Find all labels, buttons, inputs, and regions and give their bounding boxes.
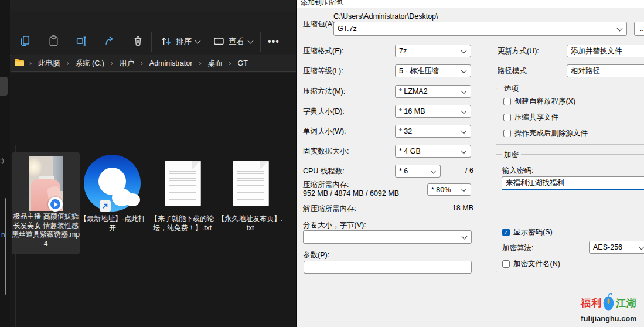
breadcrumb-item-drive-c[interactable]: 系统 (C:) [74, 57, 106, 70]
parameters-label: 参数(P): [303, 250, 329, 260]
encryption-group-title: 加密 [502, 150, 521, 160]
path-mode-select[interactable]: 相对路径 [567, 64, 644, 77]
compress-shared-label: 压缩共享文件 [514, 113, 558, 122]
breadcrumb-separator: › [141, 59, 143, 67]
chevron-down-icon [639, 244, 644, 250]
copy-button[interactable] [18, 34, 33, 49]
checkbox[interactable] [502, 260, 510, 268]
shortcut-arrow-icon [100, 200, 111, 212]
breadcrumb-separator: › [199, 59, 201, 67]
password-input[interactable] [502, 176, 644, 190]
format-select[interactable]: 7z [395, 45, 471, 57]
screen: 排序 查看 ••• › 此电脑 › [0, 0, 644, 327]
level-label: 压缩等级(L): [303, 66, 343, 76]
cpu-threads-select[interactable]: * 6 [395, 165, 441, 178]
chevron-down-icon [461, 47, 467, 53]
background-selected-item [0, 77, 8, 96]
dict-size-label: 字典大小(D): [303, 107, 345, 117]
breadcrumb-separator: › [67, 59, 69, 67]
word-size-select[interactable]: * 32 [395, 125, 471, 138]
breadcrumb-item-this-pc[interactable]: 此电脑 [36, 57, 62, 70]
paste-button[interactable] [46, 34, 61, 49]
checkbox[interactable] [503, 130, 511, 137]
add-to-archive-dialog: 添加到压缩包 压缩包(A) C:\Users\Administrator\Des… [296, 0, 644, 327]
chevron-down-icon [461, 67, 467, 73]
breadcrumb-item-administrator[interactable]: Administrator [148, 58, 195, 69]
background-text-fragment: n [1, 231, 5, 239]
word-size-label: 单词大小(W): [303, 127, 346, 137]
trash-icon [132, 35, 144, 49]
dialog-title: 添加到压缩包 [301, 0, 343, 8]
encryption-method-select[interactable]: AES-256 [589, 241, 644, 254]
file-item-text[interactable]: 【来了就能下载的论坛，纯免费！】.txt [149, 152, 215, 252]
memory-percent-select[interactable]: * 80% [427, 183, 471, 196]
breadcrumb-separator: › [229, 59, 231, 67]
view-icon [213, 36, 224, 47]
view-label: 查看 [229, 36, 244, 47]
parameters-input[interactable] [304, 261, 472, 274]
rename-button[interactable] [74, 34, 89, 49]
view-button[interactable]: 查看 [211, 33, 255, 50]
path-mode-label: 路径模式 [498, 66, 527, 76]
file-item-shortcut[interactable]: 【最新地址】-点此打开 [79, 152, 146, 252]
chevron-down-icon [617, 25, 623, 31]
background-window-sliver: :) n [0, 0, 10, 327]
toolbar-divider [151, 32, 152, 52]
cpu-threads-max: / 6 [465, 166, 473, 175]
breadcrumb-item-desktop[interactable]: 桌面 [206, 57, 224, 70]
level-select[interactable]: 5 - 标准压缩 [395, 64, 471, 77]
breadcrumb[interactable]: › 此电脑 › 系统 (C:) › 用户 › Administrator › 桌… [9, 54, 305, 72]
share-button[interactable] [102, 34, 117, 49]
checkbox[interactable] [503, 98, 511, 105]
update-mode-label: 更新方式(U): [498, 46, 539, 56]
chevron-down-icon [461, 186, 467, 192]
address-bar: › 此电脑 › 系统 (C:) › 用户 › Administrator › 桌… [0, 53, 296, 73]
explorer-titlebar [0, 0, 296, 12]
file-item-text[interactable]: 【永久地址发布页】.txt [217, 152, 283, 252]
scrollbar[interactable] [5, 198, 6, 295]
dict-size-select[interactable]: * 16 MB [395, 105, 471, 118]
browse-button[interactable]: ... [634, 22, 644, 36]
chevron-down-icon [195, 38, 201, 44]
sort-icon [161, 36, 172, 48]
breadcrumb-separator: › [29, 59, 32, 67]
background-text-fragment: :) [0, 157, 4, 164]
archive-name-combo[interactable]: GT.7z [333, 22, 627, 36]
play-overlay-icon [48, 197, 63, 212]
file-item-video[interactable]: 极品主播 高颜值妖娆长发美女 情趣装性感黑丝道具紫薇诱惑.mp4 [12, 152, 80, 254]
more-button[interactable]: ••• [266, 34, 281, 49]
more-icon: ••• [268, 36, 280, 47]
text-file-icon [233, 161, 269, 206]
breadcrumb-item-gt[interactable]: GT [236, 58, 249, 69]
volume-size-label: 分卷大小，字节(V): [303, 220, 366, 230]
file-list: 极品主播 高颜值妖娆长发美女 情趣装性感黑丝道具紫薇诱惑.mp4 【最新地址】-… [0, 73, 296, 327]
paste-icon [47, 35, 60, 49]
watermark-text-green: 江湖 [616, 297, 637, 310]
file-name: 极品主播 高颜值妖娆长发美女 情趣装性感黑丝道具紫薇诱惑.mp4 [12, 212, 80, 248]
create-sfx-checkbox-row[interactable]: 创建自释放程序(X) [503, 97, 575, 107]
delete-after-checkbox-row[interactable]: 操作完成后删除源文件 [503, 128, 588, 138]
show-password-label: 显示密码(S) [513, 227, 553, 237]
checkbox[interactable] [503, 114, 511, 121]
update-mode-select[interactable]: 添加并替换文件 [567, 45, 644, 57]
qq-browser-icon [84, 155, 141, 212]
delete-button[interactable] [130, 34, 145, 49]
checkbox[interactable] [502, 229, 510, 236]
encrypt-filenames-checkbox-row[interactable]: 加密文件名(N) [502, 259, 560, 269]
decompress-memory-value: 18 MB [431, 204, 473, 212]
options-group-title: 选项 [502, 84, 521, 94]
show-password-checkbox-row[interactable]: 显示密码(S) [502, 227, 553, 237]
breadcrumb-item-users[interactable]: 用户 [118, 57, 136, 70]
file-name: 【最新地址】-点此打开 [79, 214, 146, 233]
compress-shared-checkbox-row[interactable]: 压缩共享文件 [503, 113, 558, 122]
volume-size-combo[interactable] [303, 230, 472, 244]
archive-label: 压缩包(A) [303, 19, 335, 29]
password-label: 输入密码: [502, 166, 533, 176]
format-label: 压缩格式(F): [303, 46, 343, 56]
solid-size-select[interactable]: * 4 GB [395, 145, 471, 158]
method-select[interactable]: * LZMA2 [395, 85, 471, 98]
sort-label: 排序 [176, 36, 192, 47]
dialog-titlebar[interactable]: 添加到压缩包 [297, 0, 644, 8]
sort-button[interactable]: 排序 [158, 33, 202, 50]
copy-icon [19, 35, 32, 49]
